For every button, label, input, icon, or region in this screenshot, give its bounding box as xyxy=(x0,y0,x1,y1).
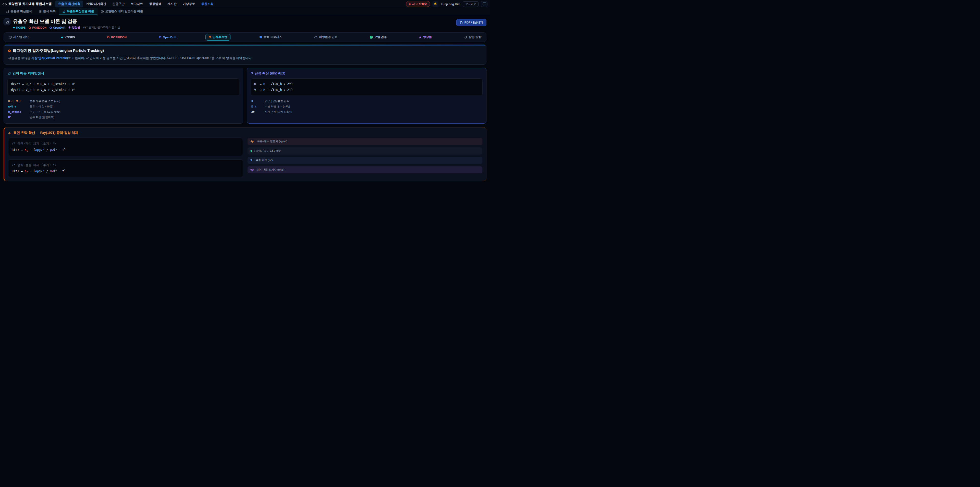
legend-pill: g : 중력가속도 9.81 m/s² xyxy=(248,147,482,155)
tab-future-direction[interactable]: 발전 방향 xyxy=(461,34,485,41)
subtab-label: 유출유확산모델 이론 xyxy=(67,10,94,13)
code-line: dy/dt = V_c + α·V_w + V_stokes + V' xyxy=(11,87,236,93)
cloud-icon xyxy=(314,36,318,38)
legend-pill: V : 유출 체적 (m³) xyxy=(248,157,482,164)
tab-opendrift[interactable]: OpenDrift xyxy=(156,34,180,40)
code-line: V' = R · √(2K_h / Δt) xyxy=(254,87,479,93)
topbar-right-cluster: 사고 진행중 Eunjeong Kim 로그아웃 xyxy=(406,1,487,7)
legend-row: K_h 수평 확산 계수 (m²/s) xyxy=(251,104,483,109)
subtab-model-theory[interactable]: 유출유확산모델 이론 xyxy=(59,8,97,15)
nav-weather-info[interactable]: 기상정보 xyxy=(180,0,198,7)
code-line: dx/dt = U_c + α·U_w + U_stokes + U' xyxy=(11,81,236,87)
nav-integrated-search[interactable]: 통합조회 xyxy=(198,0,216,7)
section-tabs-bar: 시스템 개요 ◆ KOSPS POSEIDON OpenDrift 입자추적법 … xyxy=(3,32,487,42)
info-circle-icon xyxy=(101,10,104,13)
monitor-icon xyxy=(9,36,12,39)
tag-opendrift: OpenDrift xyxy=(49,26,65,29)
gravity-viscous-code: /* 중력-점성 체제 (후기) */ R(t) = K2 · (ΔρgV² /… xyxy=(8,160,243,177)
tab-poseidon[interactable]: POSEIDON xyxy=(104,34,130,40)
tab-weathering-process[interactable]: 풍화 프로세스 xyxy=(256,34,285,41)
page-header-text: 유출유 확산 모델 이론 및 검증 ◆ KOSPS POSEIDON OpenD… xyxy=(13,18,120,29)
nav-reports[interactable]: 보고자료 xyxy=(128,0,146,7)
main-navigation: 유출유 확산예측 HNS·대기확산 긴급구난 보고자료 항공탐색 게시판 기상정… xyxy=(55,0,216,7)
tab-ensemble[interactable]: 앙상블 xyxy=(416,34,435,41)
logout-button[interactable]: 로그아웃 xyxy=(463,1,479,7)
tab-particle-tracking[interactable]: 입자추적법 xyxy=(205,34,231,41)
nav-aerial-search[interactable]: 항공탐색 xyxy=(146,0,164,7)
fay-code-column: /* 중력-관성 체제 (초기) */ R(t) = K1 · (ΔρgV² /… xyxy=(8,138,243,177)
tag-ensemble: 앙상블 xyxy=(68,26,80,29)
subtab-label: 분석 목록 xyxy=(43,10,56,13)
virtual-particle-highlight: 가상 입자(Virtual Particle) xyxy=(32,56,68,60)
orange-ring-icon xyxy=(209,36,211,38)
nav-emergency-rescue[interactable]: 긴급구난 xyxy=(110,0,127,7)
subtab-boom-algorithm[interactable]: 오일펜스 배치 알고리즘 이론 xyxy=(97,8,146,15)
set-square-icon xyxy=(7,72,11,75)
page-header-icon xyxy=(3,18,11,25)
swirl-icon xyxy=(251,72,253,74)
red-ring-icon xyxy=(29,27,31,29)
subtab-analysis-list[interactable]: 분석 목록 xyxy=(35,8,59,15)
governing-legend: U_c, V_c 표층 해류·조류 속도 (m/s) α·U_w 풍류 기여 (… xyxy=(7,99,239,120)
list-icon xyxy=(38,10,41,13)
governing-equation-code: dx/dt = U_c + α·U_w + U_stokes + U' dy/d… xyxy=(7,78,239,96)
legend-pill: Δρ : 유류–해수 밀도차 (kg/m³) xyxy=(248,138,482,145)
fay-card-title: 표면 유막 확산 — Fay(1971) 중력-점성 체제 xyxy=(8,131,482,135)
wave-logo-icon xyxy=(3,3,7,5)
incident-badge-label: 사고 진행중 xyxy=(412,2,427,6)
tag-kosps: ◆ KOSPS xyxy=(13,26,25,29)
code-comment: /* 중력-점성 체제 (후기) */ xyxy=(12,162,239,168)
lightning-icon xyxy=(68,26,71,29)
turbulence-diffusion-card: 난류 확산 (랜덤워크) U' = R · √(2K_h / Δt) V' = … xyxy=(247,68,487,124)
set-square-icon xyxy=(62,10,65,13)
incident-status-badge[interactable]: 사고 진행중 xyxy=(406,1,430,7)
lightning-icon xyxy=(419,36,422,39)
subtab-spill-analysis[interactable]: 유출유 확산분석 xyxy=(3,8,35,15)
turbulence-card-title: 난류 확산 (랜덤워크) xyxy=(251,71,483,76)
notification-bell-button[interactable] xyxy=(432,1,438,7)
turbulence-legend: R [-1, 1] 균등분포 난수 K_h 수평 확산 계수 (m²/s) Δt… xyxy=(251,99,483,115)
fay-legend-column: Δρ : 유류–해수 밀도차 (kg/m³) g : 중력가속도 9.81 m/… xyxy=(248,138,482,173)
governing-card-title: 입자 이동 지배방정식 xyxy=(7,71,239,76)
bar-chart-icon xyxy=(8,131,11,134)
tab-kosps[interactable]: ◆ KOSPS xyxy=(58,34,78,40)
document-icon xyxy=(460,21,463,24)
fay-equation-2: R(t) = K2 · (ΔρgV² / νw)⅙ · t¼ xyxy=(12,168,239,174)
tab-ocean-environment-input[interactable]: 해양환경 입력 xyxy=(311,34,341,41)
intro-description: 유출유를 수많은 가상 입자(Virtual Particle)로 표현하여, … xyxy=(8,56,482,61)
header-subtitle: 라그랑지안 입자추적 이론 기반 xyxy=(83,26,120,29)
governing-equation-card: 입자 이동 지배방정식 dx/dt = U_c + α·U_w + U_stok… xyxy=(3,68,243,124)
legend-row: Δt 시간 스텝 (일반 1시간) xyxy=(251,109,483,115)
legend-row: α·U_w 풍류 기여 (α ≈ 0.03) xyxy=(7,104,239,109)
page-header: 유출유 확산 모델 이론 및 검증 ◆ KOSPS POSEIDON OpenD… xyxy=(0,15,490,31)
legend-row: U' 난류 확산 (랜덤워크) xyxy=(7,115,239,120)
diamond-icon: ◆ xyxy=(61,36,63,38)
tab-model-validation[interactable]: ✓ 모델 검증 xyxy=(366,34,390,41)
rocket-icon xyxy=(464,36,467,39)
pdf-export-label: PDF 내보내기 xyxy=(465,21,483,24)
app-title: 해양환경 위기대응 통합시스템 xyxy=(8,2,52,6)
pdf-export-button[interactable]: PDF 내보내기 xyxy=(456,19,487,26)
tag-poseidon: POSEIDON xyxy=(29,26,46,29)
legend-row: U_stokes 스토크스 표류 (파랑 영향) xyxy=(7,109,239,115)
nav-spill-forecast[interactable]: 유출유 확산예측 xyxy=(55,0,83,7)
orange-ring-icon xyxy=(8,49,11,52)
model-tag-row: ◆ KOSPS POSEIDON OpenDrift xyxy=(13,26,120,29)
sub-navigation: 유출유 확산분석 분석 목록 유출유확산모델 이론 xyxy=(0,8,490,15)
intro-title: 라그랑지안 입자추적법(Lagrangian Particle Tracking… xyxy=(8,48,482,53)
nav-board[interactable]: 게시판 xyxy=(165,0,180,7)
hamburger-menu-button[interactable] xyxy=(481,1,487,7)
brand[interactable]: 해양환경 위기대응 통합시스템 xyxy=(3,2,52,6)
top-navigation-bar: 해양환경 위기대응 통합시스템 유출유 확산예측 HNS·대기확산 긴급구난 보… xyxy=(0,0,490,8)
fay-spreading-card: 표면 유막 확산 — Fay(1971) 중력-점성 체제 /* 중력-관성 체… xyxy=(3,127,487,181)
fay-grid: /* 중력-관성 체제 (초기) */ R(t) = K1 · (ΔρgV² /… xyxy=(8,138,482,177)
legend-row: U_c, V_c 표층 해류·조류 속도 (m/s) xyxy=(7,99,239,104)
red-ring-icon xyxy=(107,36,110,38)
lagrangian-intro-panel: 라그랑지안 입자추적법(Lagrangian Particle Tracking… xyxy=(3,45,487,65)
turbulence-equation-code: U' = R · √(2K_h / Δt) V' = R · √(2K_h / … xyxy=(251,78,483,96)
nav-hns-atmospheric[interactable]: HNS·대기확산 xyxy=(84,0,109,7)
subtab-label: 유출유 확산분석 xyxy=(11,10,32,13)
gravity-inertia-code: /* 중력-관성 체제 (초기) */ R(t) = K1 · (ΔρgV² /… xyxy=(8,138,243,156)
check-icon: ✓ xyxy=(370,36,372,38)
tab-system-overview[interactable]: 시스템 개요 xyxy=(5,34,32,41)
